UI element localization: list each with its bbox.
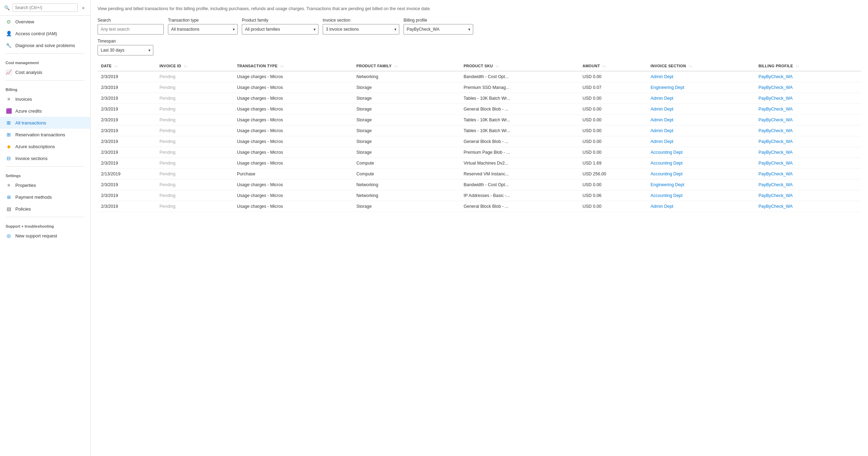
invoice-section-link[interactable]: Admin Dept (651, 204, 673, 209)
cell-billing-profile[interactable]: PayByCheck_WA (755, 201, 861, 212)
section-settings: Settings (0, 169, 90, 179)
cell-billing-profile[interactable]: PayByCheck_WA (755, 82, 861, 93)
cell-invoice-section[interactable]: Accounting Dept (647, 158, 755, 168)
cell-product-family: Compute (353, 158, 460, 168)
cell-invoice-section[interactable]: Admin Dept (647, 136, 755, 147)
billing-profile-link[interactable]: PayByCheck_WA (759, 96, 793, 101)
cell-invoice-section[interactable]: Engineering Dept (647, 82, 755, 93)
search-filter-input[interactable] (98, 24, 164, 35)
invoice-section-link[interactable]: Admin Dept (651, 139, 673, 144)
sidebar-item-azure-credits[interactable]: 🟪 Azure credits (0, 105, 90, 117)
cell-billing-profile[interactable]: PayByCheck_WA (755, 125, 861, 136)
invoice-section-link[interactable]: Admin Dept (651, 107, 673, 112)
transactions-table: DATE ↑↓ INVOICE ID ↑↓ TRANSACTION TYPE ↑… (98, 61, 861, 212)
cell-product-sku: General Block Blob - ... (460, 201, 579, 212)
invoice-section-select[interactable]: 3 invoice sections (323, 24, 399, 35)
billing-profile-link[interactable]: PayByCheck_WA (759, 128, 793, 133)
billing-profile-link[interactable]: PayByCheck_WA (759, 193, 793, 198)
table-row: 2/3/2019 Pending Usage charges - Micros … (98, 104, 861, 114)
cell-billing-profile[interactable]: PayByCheck_WA (755, 179, 861, 190)
product-family-label: Product family (242, 18, 318, 23)
cell-billing-profile[interactable]: PayByCheck_WA (755, 168, 861, 179)
sidebar-item-iam[interactable]: 👤 Access control (IAM) (0, 28, 90, 39)
collapse-button[interactable]: « (80, 4, 86, 11)
cell-billing-profile[interactable]: PayByCheck_WA (755, 158, 861, 168)
search-input[interactable] (13, 3, 78, 12)
sidebar-item-policies[interactable]: ▤ Policies (0, 203, 90, 215)
cell-billing-profile[interactable]: PayByCheck_WA (755, 136, 861, 147)
col-date[interactable]: DATE ↑↓ (98, 61, 156, 71)
billing-profile-link[interactable]: PayByCheck_WA (759, 204, 793, 209)
page-description: View pending and billed transactions for… (98, 6, 861, 12)
properties-icon: ≡ (6, 182, 12, 188)
invoice-section-link[interactable]: Accounting Dept (651, 193, 683, 198)
invoice-section-link[interactable]: Accounting Dept (651, 150, 683, 155)
sidebar-item-label: Azure credits (15, 108, 42, 114)
sidebar-item-reservation-transactions[interactable]: ⊞ Reservation transactions (0, 129, 90, 140)
cell-invoice-section[interactable]: Admin Dept (647, 201, 755, 212)
billing-profile-link[interactable]: PayByCheck_WA (759, 74, 793, 79)
col-billing-profile[interactable]: BILLING PROFILE ↑↓ (755, 61, 861, 71)
sidebar-item-azure-subscriptions[interactable]: ◆ Azure subscriptions (0, 140, 90, 152)
cell-invoice-section[interactable]: Admin Dept (647, 104, 755, 114)
sidebar-item-all-transactions[interactable]: ⊞ All transactions (0, 117, 90, 129)
cell-invoice-section[interactable]: Admin Dept (647, 125, 755, 136)
cell-invoice-section[interactable]: Accounting Dept (647, 190, 755, 201)
cell-transaction-type: Usage charges - Micros (233, 147, 353, 158)
col-product-sku[interactable]: PRODUCT SKU ↑↓ (460, 61, 579, 71)
cell-billing-profile[interactable]: PayByCheck_WA (755, 104, 861, 114)
cell-invoice-section[interactable]: Engineering Dept (647, 179, 755, 190)
transaction-type-select[interactable]: All transactions (168, 24, 238, 35)
cell-billing-profile[interactable]: PayByCheck_WA (755, 147, 861, 158)
sidebar-item-overview[interactable]: ⊙ Overview (0, 16, 90, 28)
billing-profile-link[interactable]: PayByCheck_WA (759, 139, 793, 144)
cell-billing-profile[interactable]: PayByCheck_WA (755, 93, 861, 104)
col-invoice-section[interactable]: INVOICE SECTION ↑↓ (647, 61, 755, 71)
invoice-section-link[interactable]: Accounting Dept (651, 161, 683, 166)
credits-icon: 🟪 (6, 108, 12, 114)
cell-invoice-section[interactable]: Accounting Dept (647, 147, 755, 158)
cell-invoice-section[interactable]: Accounting Dept (647, 168, 755, 179)
cell-transaction-type: Usage charges - Micros (233, 125, 353, 136)
invoice-section-link[interactable]: Engineering Dept (651, 182, 684, 187)
divider (6, 53, 85, 54)
billing-profile-select[interactable]: PayByCheck_WA (404, 24, 473, 35)
invoice-section-link[interactable]: Engineering Dept (651, 85, 684, 90)
billing-profile-link[interactable]: PayByCheck_WA (759, 161, 793, 166)
billing-profile-link[interactable]: PayByCheck_WA (759, 150, 793, 155)
cell-invoice-section[interactable]: Admin Dept (647, 71, 755, 82)
sidebar-item-properties[interactable]: ≡ Properties (0, 179, 90, 191)
cell-billing-profile[interactable]: PayByCheck_WA (755, 114, 861, 125)
product-family-select[interactable]: All product families (242, 24, 318, 35)
cell-date: 2/3/2019 (98, 201, 156, 212)
cell-billing-profile[interactable]: PayByCheck_WA (755, 71, 861, 82)
cell-billing-profile[interactable]: PayByCheck_WA (755, 190, 861, 201)
sidebar-item-diagnose[interactable]: 🔧 Diagnose and solve problems (0, 39, 90, 51)
col-invoice-id[interactable]: INVOICE ID ↑↓ (156, 61, 233, 71)
col-transaction-type[interactable]: TRANSACTION TYPE ↑↓ (233, 61, 353, 71)
timespan-select[interactable]: Last 30 days (98, 45, 153, 55)
invoice-section-link[interactable]: Admin Dept (651, 96, 673, 101)
cell-invoice-id: Pending (156, 147, 233, 158)
invoice-section-link[interactable]: Admin Dept (651, 128, 673, 133)
search-icon: 🔍 (4, 5, 10, 10)
billing-profile-link[interactable]: PayByCheck_WA (759, 85, 793, 90)
cell-invoice-section[interactable]: Admin Dept (647, 93, 755, 104)
billing-profile-link[interactable]: PayByCheck_WA (759, 117, 793, 122)
invoice-section-link[interactable]: Accounting Dept (651, 172, 683, 176)
cell-invoice-section[interactable]: Admin Dept (647, 114, 755, 125)
sidebar-item-payment-methods[interactable]: ⊞ Payment methods (0, 191, 90, 203)
sidebar-item-invoice-sections[interactable]: ⊟ Invoice sections (0, 152, 90, 164)
sidebar-item-cost-analysis[interactable]: 📈 Cost analysis (0, 66, 90, 78)
billing-profile-label: Billing profile (404, 18, 473, 23)
billing-profile-link[interactable]: PayByCheck_WA (759, 182, 793, 187)
sidebar-item-new-support[interactable]: ◎ New support request (0, 230, 90, 242)
sidebar-item-invoices[interactable]: ≡ Invoices (0, 93, 90, 105)
cell-amount: USD 256.00 (579, 168, 647, 179)
billing-profile-link[interactable]: PayByCheck_WA (759, 107, 793, 112)
billing-profile-link[interactable]: PayByCheck_WA (759, 172, 793, 176)
col-amount[interactable]: AMOUNT ↑↓ (579, 61, 647, 71)
invoice-section-link[interactable]: Admin Dept (651, 74, 673, 79)
invoice-section-link[interactable]: Admin Dept (651, 117, 673, 122)
col-product-family[interactable]: PRODUCT FAMILY ↑↓ (353, 61, 460, 71)
